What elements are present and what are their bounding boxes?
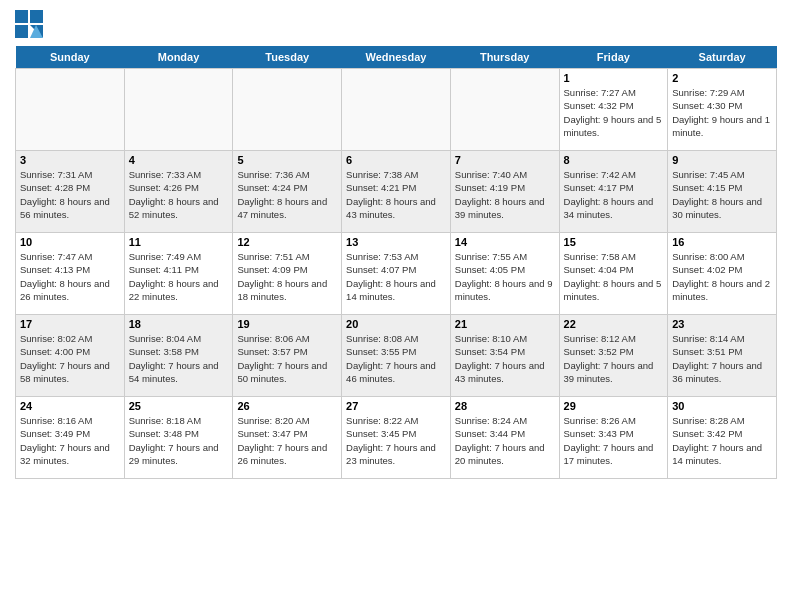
- day-number: 13: [346, 236, 446, 248]
- header: [15, 10, 777, 38]
- day-info: Sunrise: 7:31 AM Sunset: 4:28 PM Dayligh…: [20, 168, 120, 221]
- day-number: 20: [346, 318, 446, 330]
- day-number: 19: [237, 318, 337, 330]
- calendar-cell: 18Sunrise: 8:04 AM Sunset: 3:58 PM Dayli…: [124, 315, 233, 397]
- day-info: Sunrise: 8:14 AM Sunset: 3:51 PM Dayligh…: [672, 332, 772, 385]
- calendar-cell: 4Sunrise: 7:33 AM Sunset: 4:26 PM Daylig…: [124, 151, 233, 233]
- day-number: 28: [455, 400, 555, 412]
- day-number: 16: [672, 236, 772, 248]
- calendar-cell: [124, 69, 233, 151]
- calendar-cell: 25Sunrise: 8:18 AM Sunset: 3:48 PM Dayli…: [124, 397, 233, 479]
- calendar-cell: 27Sunrise: 8:22 AM Sunset: 3:45 PM Dayli…: [342, 397, 451, 479]
- svg-rect-2: [15, 25, 28, 38]
- day-number: 2: [672, 72, 772, 84]
- day-info: Sunrise: 8:28 AM Sunset: 3:42 PM Dayligh…: [672, 414, 772, 467]
- day-info: Sunrise: 8:06 AM Sunset: 3:57 PM Dayligh…: [237, 332, 337, 385]
- calendar-cell: 22Sunrise: 8:12 AM Sunset: 3:52 PM Dayli…: [559, 315, 668, 397]
- day-info: Sunrise: 8:24 AM Sunset: 3:44 PM Dayligh…: [455, 414, 555, 467]
- day-info: Sunrise: 7:38 AM Sunset: 4:21 PM Dayligh…: [346, 168, 446, 221]
- calendar-cell: 16Sunrise: 8:00 AM Sunset: 4:02 PM Dayli…: [668, 233, 777, 315]
- col-thursday: Thursday: [450, 46, 559, 69]
- day-info: Sunrise: 7:33 AM Sunset: 4:26 PM Dayligh…: [129, 168, 229, 221]
- calendar-cell: 24Sunrise: 8:16 AM Sunset: 3:49 PM Dayli…: [16, 397, 125, 479]
- day-info: Sunrise: 8:20 AM Sunset: 3:47 PM Dayligh…: [237, 414, 337, 467]
- day-number: 29: [564, 400, 664, 412]
- calendar-cell: 11Sunrise: 7:49 AM Sunset: 4:11 PM Dayli…: [124, 233, 233, 315]
- day-info: Sunrise: 7:42 AM Sunset: 4:17 PM Dayligh…: [564, 168, 664, 221]
- day-number: 25: [129, 400, 229, 412]
- day-info: Sunrise: 8:22 AM Sunset: 3:45 PM Dayligh…: [346, 414, 446, 467]
- day-number: 17: [20, 318, 120, 330]
- day-number: 22: [564, 318, 664, 330]
- day-number: 14: [455, 236, 555, 248]
- calendar-week-5: 24Sunrise: 8:16 AM Sunset: 3:49 PM Dayli…: [16, 397, 777, 479]
- calendar-table: Sunday Monday Tuesday Wednesday Thursday…: [15, 46, 777, 479]
- col-tuesday: Tuesday: [233, 46, 342, 69]
- day-number: 8: [564, 154, 664, 166]
- page: Sunday Monday Tuesday Wednesday Thursday…: [0, 0, 792, 612]
- calendar-cell: 2Sunrise: 7:29 AM Sunset: 4:30 PM Daylig…: [668, 69, 777, 151]
- col-wednesday: Wednesday: [342, 46, 451, 69]
- day-info: Sunrise: 8:04 AM Sunset: 3:58 PM Dayligh…: [129, 332, 229, 385]
- calendar-cell: 19Sunrise: 8:06 AM Sunset: 3:57 PM Dayli…: [233, 315, 342, 397]
- logo: [15, 10, 47, 38]
- day-info: Sunrise: 8:00 AM Sunset: 4:02 PM Dayligh…: [672, 250, 772, 303]
- day-number: 3: [20, 154, 120, 166]
- day-info: Sunrise: 7:36 AM Sunset: 4:24 PM Dayligh…: [237, 168, 337, 221]
- day-number: 10: [20, 236, 120, 248]
- day-number: 30: [672, 400, 772, 412]
- calendar-cell: [342, 69, 451, 151]
- calendar-cell: 1Sunrise: 7:27 AM Sunset: 4:32 PM Daylig…: [559, 69, 668, 151]
- day-number: 27: [346, 400, 446, 412]
- calendar-cell: 6Sunrise: 7:38 AM Sunset: 4:21 PM Daylig…: [342, 151, 451, 233]
- day-number: 18: [129, 318, 229, 330]
- day-number: 15: [564, 236, 664, 248]
- calendar-cell: 21Sunrise: 8:10 AM Sunset: 3:54 PM Dayli…: [450, 315, 559, 397]
- calendar-cell: 17Sunrise: 8:02 AM Sunset: 4:00 PM Dayli…: [16, 315, 125, 397]
- day-info: Sunrise: 8:16 AM Sunset: 3:49 PM Dayligh…: [20, 414, 120, 467]
- day-info: Sunrise: 8:10 AM Sunset: 3:54 PM Dayligh…: [455, 332, 555, 385]
- calendar-cell: 26Sunrise: 8:20 AM Sunset: 3:47 PM Dayli…: [233, 397, 342, 479]
- day-number: 1: [564, 72, 664, 84]
- col-sunday: Sunday: [16, 46, 125, 69]
- calendar-cell: 30Sunrise: 8:28 AM Sunset: 3:42 PM Dayli…: [668, 397, 777, 479]
- day-number: 26: [237, 400, 337, 412]
- calendar-cell: 8Sunrise: 7:42 AM Sunset: 4:17 PM Daylig…: [559, 151, 668, 233]
- col-monday: Monday: [124, 46, 233, 69]
- calendar-cell: [233, 69, 342, 151]
- day-info: Sunrise: 7:51 AM Sunset: 4:09 PM Dayligh…: [237, 250, 337, 303]
- calendar-cell: 15Sunrise: 7:58 AM Sunset: 4:04 PM Dayli…: [559, 233, 668, 315]
- calendar-cell: 12Sunrise: 7:51 AM Sunset: 4:09 PM Dayli…: [233, 233, 342, 315]
- calendar-cell: 28Sunrise: 8:24 AM Sunset: 3:44 PM Dayli…: [450, 397, 559, 479]
- calendar-cell: 10Sunrise: 7:47 AM Sunset: 4:13 PM Dayli…: [16, 233, 125, 315]
- svg-rect-0: [15, 10, 28, 23]
- logo-icon: [15, 10, 43, 38]
- day-number: 24: [20, 400, 120, 412]
- day-info: Sunrise: 7:55 AM Sunset: 4:05 PM Dayligh…: [455, 250, 555, 303]
- calendar-cell: 23Sunrise: 8:14 AM Sunset: 3:51 PM Dayli…: [668, 315, 777, 397]
- day-number: 4: [129, 154, 229, 166]
- day-number: 11: [129, 236, 229, 248]
- day-info: Sunrise: 8:26 AM Sunset: 3:43 PM Dayligh…: [564, 414, 664, 467]
- day-info: Sunrise: 8:18 AM Sunset: 3:48 PM Dayligh…: [129, 414, 229, 467]
- calendar-cell: 5Sunrise: 7:36 AM Sunset: 4:24 PM Daylig…: [233, 151, 342, 233]
- col-saturday: Saturday: [668, 46, 777, 69]
- day-info: Sunrise: 7:40 AM Sunset: 4:19 PM Dayligh…: [455, 168, 555, 221]
- day-info: Sunrise: 8:02 AM Sunset: 4:00 PM Dayligh…: [20, 332, 120, 385]
- day-info: Sunrise: 7:49 AM Sunset: 4:11 PM Dayligh…: [129, 250, 229, 303]
- day-number: 7: [455, 154, 555, 166]
- day-info: Sunrise: 7:27 AM Sunset: 4:32 PM Dayligh…: [564, 86, 664, 139]
- day-number: 12: [237, 236, 337, 248]
- day-info: Sunrise: 7:53 AM Sunset: 4:07 PM Dayligh…: [346, 250, 446, 303]
- day-number: 5: [237, 154, 337, 166]
- calendar-cell: 7Sunrise: 7:40 AM Sunset: 4:19 PM Daylig…: [450, 151, 559, 233]
- calendar-cell: 9Sunrise: 7:45 AM Sunset: 4:15 PM Daylig…: [668, 151, 777, 233]
- calendar-cell: 20Sunrise: 8:08 AM Sunset: 3:55 PM Dayli…: [342, 315, 451, 397]
- calendar-week-3: 10Sunrise: 7:47 AM Sunset: 4:13 PM Dayli…: [16, 233, 777, 315]
- day-number: 6: [346, 154, 446, 166]
- calendar-cell: 13Sunrise: 7:53 AM Sunset: 4:07 PM Dayli…: [342, 233, 451, 315]
- day-info: Sunrise: 7:29 AM Sunset: 4:30 PM Dayligh…: [672, 86, 772, 139]
- day-info: Sunrise: 7:47 AM Sunset: 4:13 PM Dayligh…: [20, 250, 120, 303]
- calendar-cell: 14Sunrise: 7:55 AM Sunset: 4:05 PM Dayli…: [450, 233, 559, 315]
- calendar-week-2: 3Sunrise: 7:31 AM Sunset: 4:28 PM Daylig…: [16, 151, 777, 233]
